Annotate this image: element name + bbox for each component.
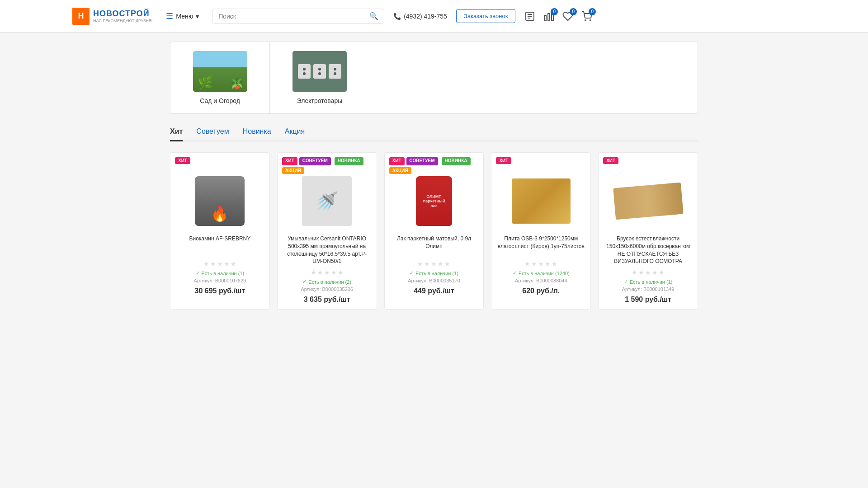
product-1-title: Биокамин AF-SREBRNY [176,235,264,257]
header-icons: 0 0 0 [524,11,592,22]
product-4-title: Плита OSB-3 9*2500*1250мм влагост.лист (… [497,235,585,257]
phone-area: 📞 (4932) 419-755 [393,13,447,20]
badge-hit-5: ХИТ [603,157,618,164]
tab-sale[interactable]: Акция [285,127,305,141]
product-5-availability: Есть в наличии (1) [604,279,692,285]
category-name-garden: Сад и Огород [200,97,240,104]
hamburger-icon: ☰ [166,11,173,21]
product-5-stars: ★★★★★ [604,269,692,276]
product-4-stars: ★★★★★ [497,260,585,267]
phone-icon: 📞 [393,13,401,20]
product-3-article: Артикул: B0000035170 [390,278,478,283]
svg-rect-5 [548,14,550,21]
chevron-down-icon: ▾ [196,13,199,20]
menu-button[interactable]: ☰ Меню ▾ [161,9,203,24]
badge-sale-2: АКЦИЯ [282,167,304,174]
badge-hit-4: ХИТ [496,157,511,164]
product-3-title: Лак паркетный матовый, 0.9л Олимп [390,235,478,257]
product-2-availability: Есть в наличии (2) [283,279,371,285]
product-card-1[interactable]: ХИТ 🔥 Биокамин AF-SREBRNY ★★★★★ Есть в н… [170,152,270,310]
product-2-price: 3 635 руб./шт [283,296,371,304]
product-5-price: 1 590 руб./шт [604,296,692,304]
product-1-article: Артикул: B0000107629 [176,278,264,283]
cart-badge: 0 [589,8,596,15]
tabs-row: Хит Советуем Новинка Акция [170,127,698,141]
logo[interactable]: Н НОВОСТРОЙ НАС РЕКОМЕНДУЮТ ДРУЗЬЯ! [72,8,152,25]
svg-point-7 [585,20,586,21]
product-card-5[interactable]: ХИТ Брусок естест.влажности 150x150x6000… [598,152,698,310]
product-3-availability: Есть в наличии (1) [390,270,478,276]
svg-point-8 [590,20,591,21]
svg-rect-4 [544,15,546,21]
badge-hit-3: ХИТ [389,157,405,165]
product-card-2[interactable]: ХИТ СОВЕТУЕМ НОВИНКА АКЦИЯ 🚿 Умывальник … [277,152,377,310]
tab-sovet[interactable]: Советуем [196,127,229,141]
product-5-image [604,172,692,230]
category-image-electric [292,51,347,92]
badge-new-2: НОВИНКА [335,157,363,165]
product-4-badges: ХИТ [496,157,511,164]
product-4-availability: Есть в наличии (1240) [497,270,585,276]
badge-sovet-2: СОВЕТУЕМ [299,157,331,165]
product-3-price: 449 руб./шт [390,287,478,295]
stats-badge: 0 [551,8,558,15]
tab-hit[interactable]: Хит [170,127,183,141]
product-1-image: 🔥 [176,172,264,230]
search-icon[interactable]: 🔍 [369,12,378,20]
call-button[interactable]: Заказать звонок [456,9,515,23]
badge-sale-3: АКЦИЯ [389,167,411,174]
product-3-badges: ХИТ СОВЕТУЕМ НОВИНКА АКЦИЯ [389,157,484,174]
category-name-electric: Электротовары [297,97,342,104]
tab-new[interactable]: Новинка [243,127,271,141]
product-3-stars: ★★★★★ [390,260,478,267]
product-1-stars: ★★★★★ [176,260,264,267]
product-5-title: Брусок естест.влажности 150x150x6000м об… [604,235,692,265]
category-cards: Сад и Огород Электротовары [170,42,698,114]
product-5-badges: ХИТ [603,157,618,164]
wishlist-icon-button[interactable]: 0 [562,11,573,22]
badge-hit: ХИТ [175,157,190,164]
products-grid: ХИТ 🔥 Биокамин AF-SREBRNY ★★★★★ Есть в н… [170,152,698,310]
badge-new-3: НОВИНКА [442,157,471,165]
product-2-article: Артикул: B0000035206 [283,286,371,292]
product-5-article: Артикул: B0000101349 [604,286,692,292]
badge-hit-2: ХИТ [282,157,297,165]
search-area: 🔍 [212,9,384,23]
search-input[interactable] [218,13,369,20]
logo-subtitle: НАС РЕКОМЕНДУЮТ ДРУЗЬЯ! [93,19,152,23]
product-1-price: 30 695 руб./шт [176,287,264,295]
product-2-stars: ★★★★★ [283,269,371,276]
product-4-article: Артикул: B0000088044 [497,278,585,283]
phone-number: (4932) 419-755 [404,13,447,20]
logo-icon: Н [72,8,90,25]
header: Н НОВОСТРОЙ НАС РЕКОМЕНДУЮТ ДРУЗЬЯ! ☰ Ме… [0,0,868,33]
category-image-garden [193,51,247,92]
stats-icon-button[interactable]: 0 [543,11,554,22]
product-2-title: Умывальник Cersanit ONTARIO 500x395 мм п… [283,235,371,265]
wishlist-badge: 0 [570,8,577,15]
product-1-badges: ХИТ [175,157,190,164]
product-4-image [497,172,585,230]
product-2-image: 🚿 [283,172,371,230]
cart-icon-button[interactable]: 0 [581,11,592,22]
product-1-availability: Есть в наличии (1) [176,270,264,276]
category-card-electric[interactable]: Электротовары [270,42,369,113]
product-3-image: ОЛИМПпаркетныйлак [390,172,478,230]
main-content: Сад и Огород Электротовары Хит Советуем … [163,33,705,319]
category-card-garden[interactable]: Сад и Огород [170,42,270,113]
badge-sovet-3: СОВЕТУЕМ [406,157,438,165]
product-2-badges: ХИТ СОВЕТУЕМ НОВИНКА АКЦИЯ [282,157,377,174]
logo-title: НОВОСТРОЙ [93,9,152,19]
product-card-4[interactable]: ХИТ Плита OSB-3 9*2500*1250мм влагост.ли… [491,152,591,310]
product-4-price: 620 руб./л. [497,287,585,295]
account-icon-button[interactable] [524,11,535,22]
product-card-3[interactable]: ХИТ СОВЕТУЕМ НОВИНКА АКЦИЯ ОЛИМПпаркетны… [384,152,484,310]
